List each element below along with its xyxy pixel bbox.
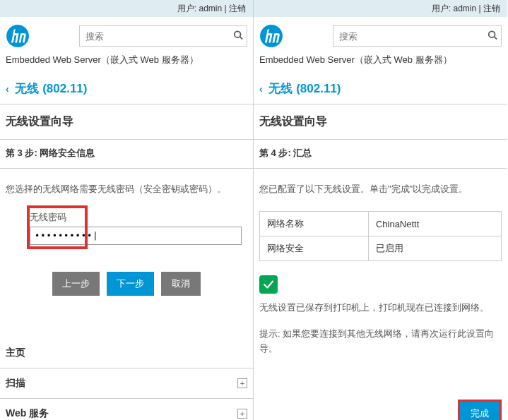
network-name-label: 网络名称 — [260, 212, 369, 236]
expand-icon: + — [237, 378, 247, 388]
prev-button[interactable]: 上一步 — [52, 272, 100, 296]
accordion-scan[interactable]: 扫描 + — [0, 368, 253, 399]
success-message: 无线设置已保存到打印机上，打印机现在已连接到网络。 — [259, 301, 502, 316]
table-row: 网络名称 ChinaNettt — [260, 212, 502, 236]
password-input[interactable] — [30, 227, 242, 245]
pane-step4: 用户: admin | 注销 Embedded Web Server（嵌入式 W… — [254, 0, 507, 420]
chevron-left-icon: ‹ — [259, 83, 263, 95]
summary-table: 网络名称 ChinaNettt 网络安全 已启用 — [259, 211, 502, 261]
logout-link[interactable]: 注销 — [483, 4, 500, 13]
pane-step3: 用户: admin | 注销 Embedded Web Server（嵌入式 W… — [0, 0, 254, 420]
check-icon — [259, 275, 278, 294]
wizard-title: 无线设置向导 — [254, 104, 507, 133]
search-input[interactable] — [333, 25, 502, 47]
expand-icon: + — [237, 409, 247, 419]
step4-body: 您已配置了以下无线设置。单击"完成"以完成设置。 网络名称 ChinaNettt… — [254, 169, 507, 374]
hp-logo-icon — [259, 24, 283, 48]
password-label: 无线密码 — [30, 211, 66, 224]
header — [0, 17, 253, 54]
finish-button[interactable]: 完成 — [460, 402, 500, 420]
search-container — [79, 25, 247, 47]
finish-row: 完成 — [254, 392, 507, 420]
user-name: admin — [454, 4, 477, 13]
prompt-text: 您选择的无线网络需要无线密码（安全密钥或密码）。 — [6, 183, 247, 196]
accordion-webservices[interactable]: Web 服务 + — [0, 399, 253, 420]
logout-link[interactable]: 注销 — [229, 4, 246, 13]
hint-message: 提示: 如果您要连接到其他无线网络，请再次运行此设置向导。 — [259, 327, 502, 356]
ews-subtitle: Embedded Web Server（嵌入式 Web 服务器） — [0, 54, 253, 73]
network-security-label: 网络安全 — [260, 236, 369, 261]
wizard-title: 无线设置向导 — [0, 104, 253, 133]
user-label: 用户: — [177, 4, 196, 13]
user-name: admin — [199, 4, 223, 13]
search-container — [333, 25, 502, 47]
chevron-left-icon: ‹ — [6, 83, 9, 95]
prompt-text: 您已配置了以下无线设置。单击"完成"以完成设置。 — [259, 183, 502, 196]
user-label: 用户: — [432, 4, 451, 13]
nav-wireless[interactable]: ‹ 无线 (802.11) — [0, 73, 253, 104]
step-title: 第 3 步: 网络安全信息 — [0, 139, 253, 169]
top-bar: 用户: admin | 注销 — [0, 0, 253, 17]
network-name-value: ChinaNettt — [368, 212, 501, 236]
next-button[interactable]: 下一步 — [107, 272, 154, 296]
step-title: 第 4 步: 汇总 — [254, 139, 507, 169]
highlight-box: 完成 — [458, 400, 502, 420]
nav-wireless[interactable]: ‹ 无线 (802.11) — [254, 73, 507, 104]
accordion-home[interactable]: 主页 — [0, 338, 253, 368]
cancel-button[interactable]: 取消 — [161, 272, 201, 296]
network-security-value: 已启用 — [368, 236, 501, 261]
header — [254, 17, 507, 54]
hp-logo-icon — [6, 24, 30, 48]
table-row: 网络安全 已启用 — [260, 236, 502, 261]
button-row: 上一步 下一步 取消 — [6, 252, 247, 310]
step3-body: 您选择的无线网络需要无线密码（安全密钥或密码）。 无线密码 上一步 下一步 取消 — [0, 169, 253, 317]
ews-subtitle: Embedded Web Server（嵌入式 Web 服务器） — [254, 54, 507, 73]
top-bar: 用户: admin | 注销 — [254, 0, 507, 17]
search-input[interactable] — [79, 25, 247, 47]
